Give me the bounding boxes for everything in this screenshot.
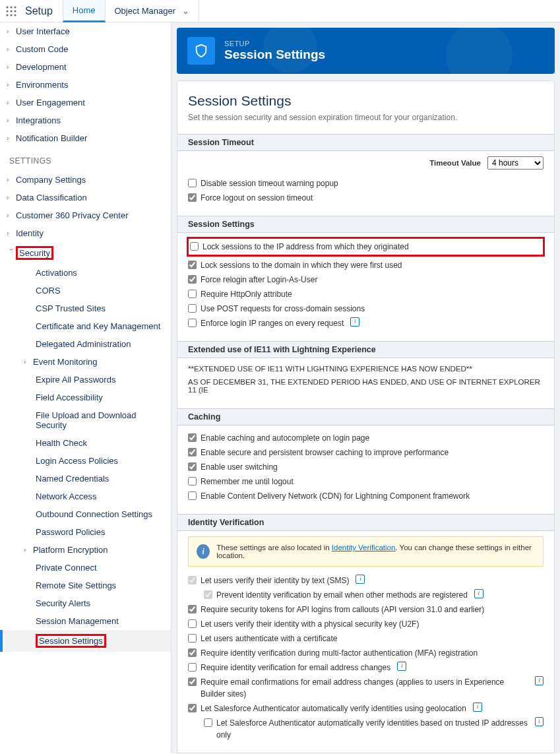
setup-tree: ›User Interface ›Custom Code ›Developmen…: [0, 22, 171, 753]
info-icon[interactable]: i: [356, 575, 365, 584]
page-title: Session Settings: [224, 47, 325, 62]
svg-point-6: [6, 14, 8, 16]
section-head-caching: Caching: [177, 409, 554, 425]
app-launcher-icon[interactable]: [0, 6, 22, 16]
sidebar-item-environments[interactable]: ›Environments: [0, 76, 171, 94]
chk-require-tokens[interactable]: [188, 605, 197, 613]
sidebar-item-user-interface[interactable]: ›User Interface: [0, 22, 171, 40]
section-caching: Caching Enable caching and autocomplete …: [177, 408, 554, 514]
settings-panel: Session Settings Set the session securit…: [177, 80, 555, 753]
sidebar-item-csp-trusted-sites[interactable]: CSP Trusted Sites: [0, 299, 171, 317]
chk-enforce-ip-ranges[interactable]: [188, 319, 197, 327]
timeout-value-label: Timeout Value: [429, 159, 481, 167]
sidebar-item-certificate-key-mgmt[interactable]: Certificate and Key Management: [0, 317, 171, 335]
tab-object-manager-label: Object Manager: [115, 6, 176, 16]
settings-header: SETTINGS: [0, 147, 171, 171]
chk-email-confirm[interactable]: [188, 677, 197, 686]
timeout-value-select[interactable]: 4 hours: [487, 156, 544, 170]
info-icon[interactable]: i: [474, 589, 483, 598]
identity-notice: i These settings are also located in Ide…: [188, 536, 544, 567]
chk-authenticator-geo[interactable]: [188, 704, 197, 712]
chk-cache-login[interactable]: [188, 433, 197, 442]
panel-heading: Session Settings: [177, 93, 554, 113]
sidebar-item-data-classification[interactable]: ›Data Classification: [0, 189, 171, 206]
chk-lock-domain[interactable]: [188, 261, 197, 269]
info-icon[interactable]: i: [397, 662, 406, 671]
sidebar-item-outbound-connection[interactable]: Outbound Connection Settings: [0, 505, 171, 523]
chk-remember-me[interactable]: [188, 477, 197, 486]
sidebar-item-security[interactable]: ›Security: [0, 242, 171, 264]
global-header: Setup Home Object Manager ⌄: [0, 0, 560, 22]
chk-disable-timeout-warning[interactable]: [188, 179, 197, 187]
sidebar-item-remote-site-settings[interactable]: Remote Site Settings: [0, 577, 171, 594]
section-head-ie11: Extended use of IE11 with Lightning Expe…: [177, 342, 554, 358]
section-session-settings: Session Settings Lock sessions to the IP…: [177, 216, 554, 341]
sidebar-item-named-credentials[interactable]: Named Credentials: [0, 470, 171, 487]
svg-point-5: [14, 10, 16, 12]
sidebar-item-network-access[interactable]: Network Access: [0, 487, 171, 505]
chk-email-change-verify[interactable]: [188, 663, 197, 672]
chk-httponly[interactable]: [188, 290, 197, 298]
svg-point-2: [14, 6, 16, 8]
sidebar-item-integrations[interactable]: ›Integrations: [0, 111, 171, 129]
sidebar-item-customer-360-privacy[interactable]: ›Customer 360 Privacy Center: [0, 206, 171, 224]
info-icon[interactable]: i: [473, 703, 482, 712]
sidebar-item-delegated-admin[interactable]: Delegated Administration: [0, 335, 171, 353]
section-head-identity: Identity Verification: [177, 515, 554, 531]
sidebar-item-file-upload-security[interactable]: File Upload and Download Security: [0, 406, 171, 434]
info-icon[interactable]: i: [535, 717, 544, 726]
section-session-timeout: Session Timeout Timeout Value 4 hours Di…: [177, 134, 554, 216]
sidebar-item-expire-passwords[interactable]: Expire All Passwords: [0, 371, 171, 389]
sidebar-item-cors[interactable]: CORS: [0, 282, 171, 299]
svg-point-7: [10, 14, 12, 16]
sidebar-item-private-connect[interactable]: Private Connect: [0, 559, 171, 577]
section-lightning-login: Lightning Login Allow Lightning Login Al…: [177, 753, 554, 753]
sidebar-item-user-engagement[interactable]: ›User Engagement: [0, 94, 171, 111]
identity-verification-link[interactable]: Identity Verification: [332, 544, 396, 551]
sidebar-item-custom-code[interactable]: ›Custom Code: [0, 40, 171, 58]
chk-force-logout[interactable]: [188, 193, 197, 202]
ie11-line2: AS OF DECEMBER 31, THE EXTENDED PERIOD H…: [188, 377, 544, 398]
section-head-session: Session Settings: [177, 216, 554, 233]
sidebar-item-login-access-policies[interactable]: Login Access Policies: [0, 452, 171, 470]
info-icon[interactable]: i: [350, 317, 359, 327]
sidebar-item-password-policies[interactable]: Password Policies: [0, 523, 171, 541]
info-icon[interactable]: i: [535, 676, 544, 685]
panel-description: Set the session security and session exp…: [177, 113, 554, 134]
sidebar-item-session-management[interactable]: Session Management: [0, 612, 171, 630]
sidebar-item-activations[interactable]: Activations: [0, 264, 171, 282]
info-circle-icon: i: [197, 544, 210, 559]
tab-object-manager[interactable]: Object Manager ⌄: [106, 1, 199, 21]
section-ie11: Extended use of IE11 with Lightning Expe…: [177, 341, 554, 408]
chk-authenticator-ip[interactable]: [204, 718, 212, 727]
sidebar-item-company-settings[interactable]: ›Company Settings: [0, 171, 171, 189]
svg-point-0: [6, 6, 8, 8]
sidebar-item-field-accessibility[interactable]: Field Accessibility: [0, 389, 171, 406]
sidebar-item-session-settings[interactable]: Session Settings: [0, 630, 171, 652]
tab-home[interactable]: Home: [63, 0, 106, 22]
setup-title: Setup: [22, 5, 63, 17]
sidebar-item-platform-encryption[interactable]: ›Platform Encryption: [0, 541, 171, 559]
chk-prevent-email-verify: [204, 590, 212, 599]
section-head-timeout: Session Timeout: [177, 135, 554, 151]
chk-verify-sms: [188, 576, 197, 584]
svg-point-8: [14, 14, 16, 16]
chk-lock-ip[interactable]: [190, 242, 199, 251]
chk-u2f[interactable]: [188, 619, 197, 628]
sidebar-item-identity[interactable]: ›Identity: [0, 224, 171, 242]
sidebar-item-security-alerts[interactable]: Security Alerts: [0, 594, 171, 612]
chk-post-cross-domain[interactable]: [188, 304, 197, 313]
sidebar-item-notification-builder[interactable]: ›Notification Builder: [0, 129, 171, 147]
chk-cdn[interactable]: [188, 491, 197, 500]
sidebar-item-event-monitoring[interactable]: ›Event Monitoring: [0, 353, 171, 371]
header-supertitle: SETUP: [224, 40, 325, 47]
chk-mfa-registration[interactable]: [188, 648, 197, 657]
svg-point-3: [6, 10, 8, 12]
svg-point-4: [10, 10, 12, 12]
chk-cache-browser[interactable]: [188, 448, 197, 456]
chk-user-switching[interactable]: [188, 462, 197, 471]
chk-force-relogin[interactable]: [188, 275, 197, 284]
chk-certificate[interactable]: [188, 634, 197, 643]
sidebar-item-development[interactable]: ›Development: [0, 58, 171, 76]
sidebar-item-health-check[interactable]: Health Check: [0, 434, 171, 452]
